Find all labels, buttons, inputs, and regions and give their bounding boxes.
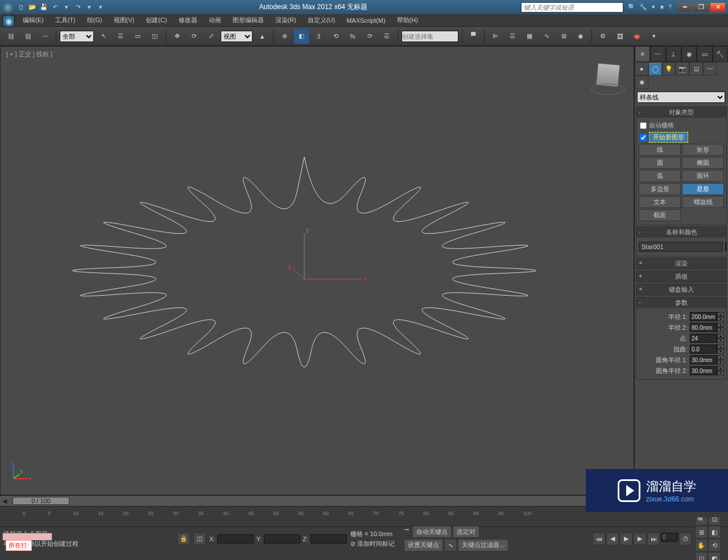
time-tag-icon[interactable]: ⊘ (350, 540, 355, 547)
tab-utilities-icon[interactable]: 🔨 (713, 46, 728, 62)
maximize-button[interactable]: ❐ (693, 2, 709, 13)
menu-maxscript[interactable]: MAXScript(M) (341, 15, 391, 26)
rollout-header-interp[interactable]: 插值 (636, 271, 726, 282)
input-radius1[interactable] (690, 312, 717, 321)
star-shape[interactable]: x y z (26, 146, 583, 396)
tab-hierarchy-icon[interactable]: ⊥ (666, 46, 681, 62)
render-drop-icon[interactable]: ▾ (647, 29, 661, 44)
spinner-snap-icon[interactable]: ⟳ (362, 29, 377, 44)
scale-icon[interactable]: ⤢ (204, 29, 218, 44)
binoculars-icon[interactable]: 🔍 (628, 3, 636, 11)
star-icon[interactable]: ★ (659, 3, 665, 11)
menu-group[interactable]: 组(G) (81, 14, 108, 26)
time-config-icon[interactable]: ⏱ (679, 533, 692, 545)
btn-ngon[interactable]: 多边形 (639, 183, 681, 195)
curve-editor-icon[interactable]: ∿ (539, 29, 554, 44)
tab-motion-icon[interactable]: ◉ (681, 46, 697, 62)
graphite-icon[interactable]: ▦ (522, 29, 537, 44)
object-name-input[interactable] (639, 242, 723, 252)
qat-drop-icon[interactable]: ▾ (96, 2, 106, 13)
rotate-icon[interactable]: ⟳ (187, 29, 201, 44)
select-name-icon[interactable]: ☰ (113, 29, 128, 44)
startshape-checkbox[interactable] (640, 134, 647, 141)
spin-down-icon[interactable]: ▼ (717, 317, 724, 321)
btn-line[interactable]: 线 (639, 144, 681, 156)
redo-icon[interactable]: ↷ (73, 2, 83, 13)
fov-icon[interactable]: ◧ (708, 526, 721, 538)
coord-y-input[interactable] (264, 534, 300, 544)
goto-end-icon[interactable]: ⏭ (647, 533, 660, 545)
help-icon[interactable]: ? (668, 3, 672, 11)
orbit-icon[interactable]: ⟲ (708, 539, 721, 551)
spin-up-icon[interactable]: ▲ (717, 345, 724, 349)
spin-down-icon[interactable]: ▼ (717, 360, 724, 364)
spin-down-icon[interactable]: ▼ (717, 338, 724, 343)
wrench-icon[interactable]: 🔧 (639, 3, 647, 11)
material-editor-icon[interactable]: ◉ (573, 29, 588, 44)
coord-z-input[interactable] (311, 534, 347, 544)
percent-snap-icon[interactable]: % (345, 29, 360, 44)
btn-section[interactable]: 截面 (639, 209, 681, 221)
menu-animation[interactable]: 动画 (203, 14, 227, 26)
angle-snap-icon[interactable]: ⟲ (328, 29, 343, 44)
input-distort[interactable] (690, 345, 717, 354)
edit-named-sel-icon[interactable]: ☰ (379, 29, 394, 44)
align-icon[interactable]: ⊫ (488, 29, 503, 44)
menu-graph[interactable]: 图形编辑器 (227, 14, 270, 26)
tab-display-icon[interactable]: ▭ (697, 46, 712, 62)
setkey-button[interactable]: 设置关键点 (404, 539, 443, 551)
object-color-swatch[interactable] (725, 242, 726, 251)
cat-geometry-icon[interactable]: ● (635, 62, 648, 76)
viewport-label[interactable]: [ + ] 正交 ] 线框 ] (6, 50, 52, 59)
btn-helix[interactable]: 螺旋线 (682, 196, 724, 208)
unlink-icon[interactable]: ⛓ (20, 29, 35, 44)
select-icon[interactable]: ↖ (96, 29, 111, 44)
rollout-header-objtype[interactable]: 对象类型 (636, 107, 726, 118)
current-frame-input[interactable] (661, 533, 678, 542)
arrows-icon[interactable]: ✦ (651, 3, 656, 11)
undo-drop-icon[interactable]: ▾ (61, 2, 72, 13)
goto-start-icon[interactable]: ⏮ (593, 533, 605, 545)
close-button[interactable]: ✕ (710, 2, 726, 13)
autogrid-checkbox[interactable] (640, 122, 647, 129)
btn-circle[interactable]: 圆 (639, 157, 681, 169)
minimize-button[interactable]: ━ (677, 2, 693, 13)
spin-up-icon[interactable]: ▲ (717, 366, 724, 371)
layer-manager-icon[interactable]: ☰ (505, 29, 520, 44)
undo-icon[interactable]: ↶ (50, 2, 60, 13)
spin-up-icon[interactable]: ▲ (717, 323, 724, 327)
select-rect-icon[interactable]: ▭ (130, 29, 145, 44)
coord-x-input[interactable] (217, 534, 254, 544)
open-icon[interactable]: 📂 (27, 2, 38, 13)
save-icon[interactable]: 💾 (39, 2, 49, 13)
lock-icon[interactable]: 🔒 (177, 533, 190, 545)
pivot-icon[interactable]: ▲ (255, 29, 270, 44)
cat-spacewarps-icon[interactable]: 〰 (703, 62, 717, 76)
new-icon[interactable]: 🗋 (16, 2, 26, 13)
menu-views[interactable]: 视图(V) (108, 14, 140, 26)
spin-down-icon[interactable]: ▼ (717, 327, 724, 332)
viewport[interactable]: [ + ] 正交 ] 线框 ] x y z x z y (0, 46, 634, 495)
btn-text[interactable]: 文本 (639, 196, 681, 208)
selkey-button[interactable]: 选定对 (453, 526, 479, 538)
tab-modify-icon[interactable]: 〰 (650, 46, 665, 62)
spin-up-icon[interactable]: ▲ (717, 355, 724, 360)
btn-arc[interactable]: 弧 (639, 170, 681, 182)
add-time-tag[interactable]: 添加时间标记 (357, 540, 395, 547)
input-points[interactable] (690, 334, 717, 343)
menu-edit[interactable]: 编辑(E) (17, 14, 49, 26)
input-fillet2[interactable] (690, 366, 717, 375)
bind-space-warp-icon[interactable]: 〰 (38, 29, 52, 44)
keyfilter-button[interactable]: 关键点过滤器... (458, 539, 508, 551)
next-frame-icon[interactable]: ▶ (634, 533, 646, 545)
spin-down-icon[interactable]: ▼ (717, 371, 724, 375)
btn-donut[interactable]: 圆环 (682, 170, 724, 182)
btn-ellipse[interactable]: 椭圆 (682, 157, 724, 169)
spline-type-select[interactable]: 样条线 (637, 92, 725, 103)
snap-toggle-icon[interactable]: ◧ (294, 29, 309, 44)
maximize-viewport-icon[interactable]: ◫ (695, 552, 708, 560)
cat-systems-icon[interactable]: ✱ (635, 76, 648, 89)
rollout-header-params[interactable]: 参数 (636, 297, 726, 308)
cat-shapes-icon[interactable]: ◯ (648, 62, 662, 76)
window-crossing-icon[interactable]: ◫ (147, 29, 162, 44)
